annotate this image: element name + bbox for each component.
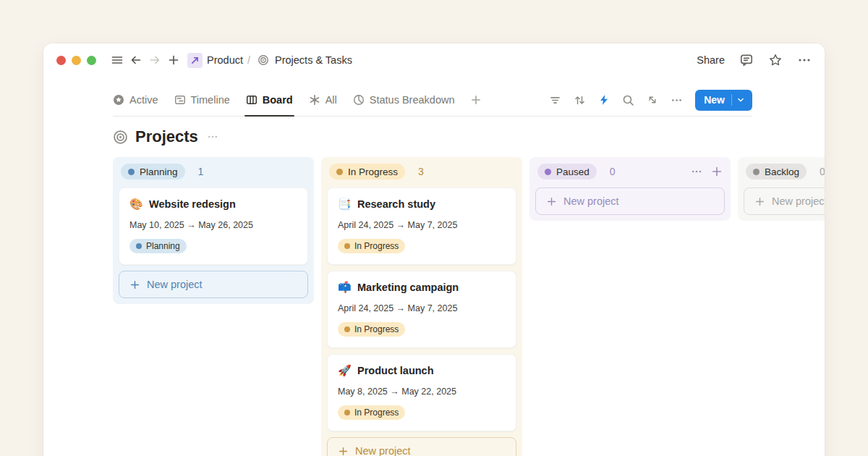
new-page-button[interactable]: [164, 51, 183, 69]
project-card[interactable]: 🎨 Website redesign May 10, 2025 → May 26…: [119, 187, 308, 265]
column-header: In Progress 3: [327, 163, 516, 180]
status-dot: [344, 243, 350, 249]
card-dates: April 24, 2025 → May 7, 2025: [338, 303, 506, 313]
project-card[interactable]: 📫 Marketing campaign April 24, 2025 → Ma…: [327, 271, 516, 348]
forward-button[interactable]: [145, 51, 164, 69]
star-icon: [768, 53, 783, 67]
page-title: Projects: [135, 127, 198, 146]
window-topbar: Product / Projects & Tasks Share: [43, 43, 825, 77]
card-emoji: 📫: [338, 281, 351, 294]
breadcrumb-page[interactable]: Projects & Tasks: [275, 54, 352, 66]
tab-active[interactable]: Active: [113, 90, 158, 116]
plus-icon: [754, 196, 765, 207]
comments-button[interactable]: [739, 53, 754, 67]
search-button[interactable]: [622, 94, 634, 106]
breadcrumb-product[interactable]: Product: [207, 54, 243, 66]
forward-arrow-icon: [148, 54, 161, 67]
collection-title-row: Projects: [113, 127, 752, 146]
status-dot: [344, 326, 350, 332]
plus-icon: [470, 94, 482, 106]
card-emoji: 📑: [338, 198, 351, 211]
plus-icon: [129, 279, 140, 290]
project-card[interactable]: 🚀 Product launch May 8, 2025 → May 22, 2…: [327, 354, 516, 431]
card-title: Website redesign: [149, 198, 236, 210]
column-add-button[interactable]: [711, 166, 723, 177]
column-count: 3: [418, 166, 424, 177]
new-button[interactable]: New: [695, 90, 752, 111]
more-options-button[interactable]: [797, 53, 812, 67]
chevron-down-icon[interactable]: [732, 96, 749, 104]
status-badge[interactable]: Planning: [121, 164, 185, 180]
card-title: Marketing campaign: [357, 282, 459, 293]
board-view-icon: [246, 94, 258, 106]
pie-chart-icon: [353, 94, 365, 106]
card-title: Research study: [357, 198, 435, 210]
add-view-button[interactable]: [470, 90, 482, 116]
column-more-button[interactable]: [691, 166, 702, 177]
column-backlog: Backlog 0 New project: [738, 157, 825, 221]
project-card[interactable]: 📑 Research study April 24, 2025 → May 7,…: [327, 187, 516, 265]
column-header: Paused 0: [535, 163, 725, 180]
view-more-button[interactable]: [671, 94, 683, 106]
ellipsis-icon: [797, 53, 812, 67]
favorite-button[interactable]: [768, 53, 783, 67]
target-icon: [258, 54, 269, 66]
column-header: Backlog 0: [744, 163, 825, 180]
tab-status-breakdown[interactable]: Status Breakdown: [353, 90, 455, 116]
status-badge[interactable]: Backlog: [746, 164, 807, 180]
tab-timeline[interactable]: Timeline: [174, 90, 230, 116]
column-in-progress: In Progress 3 📑 Research study April 24,…: [321, 157, 522, 456]
app-window: Product / Projects & Tasks Share Active: [43, 43, 825, 456]
column-controls: [691, 166, 723, 177]
tab-all[interactable]: All: [309, 90, 337, 116]
comment-icon: [739, 53, 754, 67]
plus-icon: [546, 196, 557, 207]
card-dates: April 24, 2025 → May 7, 2025: [338, 220, 506, 230]
filter-button[interactable]: [549, 94, 561, 106]
filter-icon: [549, 94, 561, 106]
column-count: 1: [198, 166, 204, 177]
lightning-icon: [598, 94, 610, 106]
card-status-badge: In Progress: [338, 322, 405, 337]
zoom-window-button[interactable]: [87, 56, 96, 65]
new-project-button[interactable]: New project: [535, 187, 725, 215]
timeline-view-icon: [174, 94, 186, 106]
search-icon: [622, 94, 634, 106]
status-dot: [344, 410, 350, 415]
card-emoji: 🚀: [338, 364, 351, 377]
share-button[interactable]: Share: [697, 54, 725, 66]
expand-button[interactable]: [647, 94, 658, 106]
status-dot: [128, 169, 135, 175]
hamburger-icon: [111, 54, 124, 67]
card-dates: May 8, 2025 → May 22, 2025: [338, 387, 506, 397]
traffic-lights: [56, 56, 96, 65]
card-list: 📑 Research study April 24, 2025 → May 7,…: [327, 187, 516, 431]
tab-board[interactable]: Board: [246, 90, 293, 116]
back-button[interactable]: [127, 51, 145, 69]
automations-button[interactable]: [598, 94, 610, 106]
new-project-button[interactable]: New project: [327, 437, 516, 456]
title-more-button[interactable]: [207, 131, 218, 143]
column-header: Planning 1: [119, 163, 308, 180]
status-badge[interactable]: Paused: [537, 164, 597, 180]
product-page-icon: [187, 53, 203, 68]
new-project-button[interactable]: New project: [744, 187, 825, 215]
target-icon: [113, 130, 128, 145]
status-badge[interactable]: In Progress: [329, 164, 405, 180]
plus-icon: [338, 446, 349, 456]
sidebar-menu-button[interactable]: [108, 51, 127, 69]
asterisk-icon: [309, 94, 320, 106]
minimize-window-button[interactable]: [72, 56, 81, 65]
card-status-badge: In Progress: [338, 405, 405, 420]
plus-icon: [167, 54, 180, 67]
close-window-button[interactable]: [56, 56, 66, 65]
card-status-badge: Planning: [129, 239, 187, 253]
status-dot: [336, 169, 343, 175]
card-list: 🎨 Website redesign May 10, 2025 → May 26…: [119, 187, 308, 265]
status-dot: [136, 243, 142, 249]
card-emoji: 🎨: [129, 198, 142, 211]
card-dates: May 10, 2025 → May 26, 2025: [129, 220, 297, 230]
view-tabs-bar: Active Timeline Board All Status Breakdo…: [113, 90, 752, 117]
new-project-button[interactable]: New project: [119, 271, 308, 298]
sort-button[interactable]: [574, 94, 586, 106]
